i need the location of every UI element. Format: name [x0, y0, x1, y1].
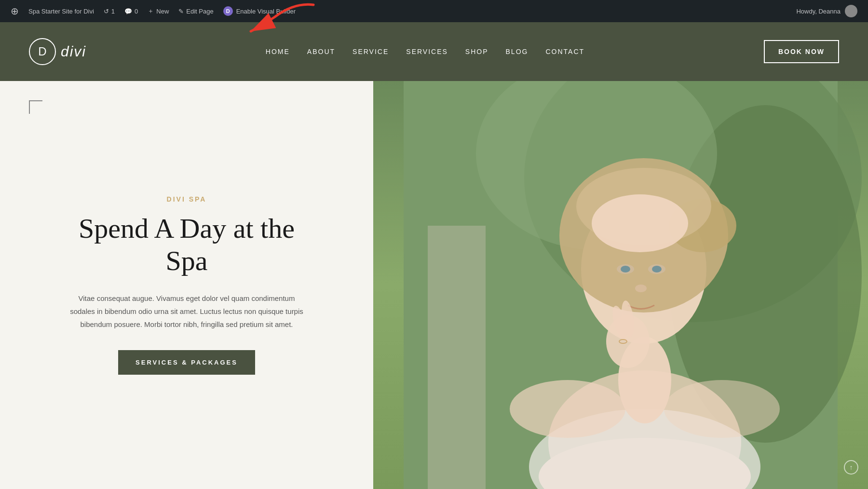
- admin-bar-right: Howdy, Deanna: [791, 5, 862, 17]
- wordpress-icon: ⊕: [11, 5, 19, 17]
- wp-logo-item[interactable]: ⊕: [6, 0, 24, 22]
- logo-letter: D: [38, 45, 46, 58]
- site-name-label: Spa Starter Site for Divi: [28, 8, 94, 15]
- revisions-count: 1: [111, 8, 115, 15]
- logo-text: divi: [61, 43, 86, 60]
- revisions-item[interactable]: ↺ 1: [99, 0, 120, 22]
- site-navigation: D divi HOME ABOUT SERVICE SERVICES SHOP …: [0, 22, 868, 81]
- divi-icon: D: [223, 6, 233, 16]
- nav-blog[interactable]: BLOG: [506, 48, 529, 55]
- svg-point-17: [621, 266, 630, 272]
- revisions-icon: ↺: [104, 8, 109, 15]
- nav-services[interactable]: SERVICES: [406, 48, 448, 55]
- hero-content: DIVI SPA Spend A Day at the Spa Vitae co…: [66, 195, 307, 374]
- nav-service[interactable]: SERVICE: [353, 48, 389, 55]
- new-label: New: [156, 8, 169, 15]
- howdy-item[interactable]: Howdy, Deanna: [791, 5, 862, 17]
- user-avatar: [845, 5, 857, 17]
- hero-left-panel: DIVI SPA Spend A Day at the Spa Vitae co…: [0, 81, 373, 489]
- edit-page-item[interactable]: ✎ Edit Page: [174, 0, 218, 22]
- book-now-button[interactable]: BOOK NOW: [764, 40, 839, 63]
- scroll-icon: ↑: [850, 463, 853, 471]
- comments-icon: 💬: [124, 8, 132, 15]
- comments-item[interactable]: 💬 0: [120, 0, 143, 22]
- hero-right-panel: ↑: [373, 81, 868, 489]
- hero-section: DIVI SPA Spend A Day at the Spa Vitae co…: [0, 81, 868, 489]
- hero-body-text: Vitae consequat augue. Vivamus eget dolo…: [66, 292, 307, 331]
- pencil-icon: ✎: [178, 8, 184, 15]
- svg-point-19: [635, 285, 647, 292]
- svg-point-24: [510, 380, 625, 438]
- photo-svg: [373, 81, 868, 489]
- admin-bar: ⊕ Spa Starter Site for Divi ↺ 1 💬 0 ＋ Ne…: [0, 0, 868, 22]
- new-item[interactable]: ＋ New: [143, 0, 174, 22]
- svg-rect-5: [428, 226, 486, 489]
- logo-area[interactable]: D divi: [29, 38, 86, 65]
- nav-home[interactable]: HOME: [266, 48, 290, 55]
- hero-photo: ↑: [373, 81, 868, 489]
- nav-shop[interactable]: SHOP: [465, 48, 488, 55]
- corner-decoration: [29, 100, 42, 114]
- svg-point-14: [592, 194, 688, 252]
- svg-point-25: [664, 380, 780, 438]
- hero-subtitle: DIVI SPA: [66, 195, 307, 203]
- enable-vb-label: Enable Visual Builder: [236, 8, 296, 15]
- svg-point-18: [652, 266, 662, 272]
- nav-about[interactable]: ABOUT: [307, 48, 335, 55]
- new-icon: ＋: [148, 7, 154, 15]
- scroll-indicator[interactable]: ↑: [844, 460, 858, 475]
- site-name-item[interactable]: Spa Starter Site for Divi: [24, 0, 99, 22]
- nav-contact[interactable]: CONTACT: [545, 48, 584, 55]
- main-navigation: HOME ABOUT SERVICE SERVICES SHOP BLOG CO…: [266, 48, 584, 55]
- howdy-label: Howdy, Deanna: [796, 8, 841, 15]
- comments-count: 0: [135, 8, 138, 15]
- logo-circle: D: [29, 38, 56, 65]
- hero-title: Spend A Day at the Spa: [66, 213, 307, 277]
- enable-visual-builder-button[interactable]: D Enable Visual Builder: [218, 0, 300, 22]
- services-packages-button[interactable]: SERVICES & PACKAGES: [118, 350, 255, 375]
- edit-page-label: Edit Page: [186, 8, 213, 15]
